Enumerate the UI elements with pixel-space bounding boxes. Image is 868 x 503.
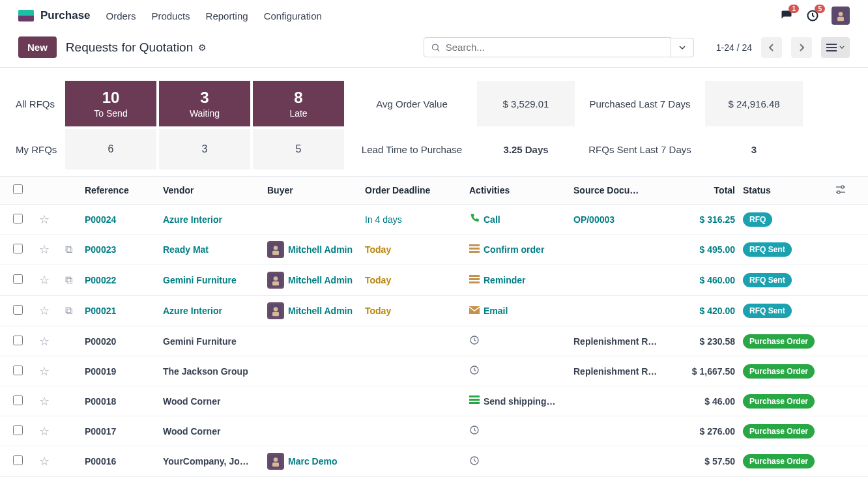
buyer-link[interactable]: Mitchell Admin bbox=[288, 244, 353, 255]
vendor-link[interactable]: Azure Interior bbox=[163, 306, 222, 316]
stat-to-send[interactable]: 10To Send bbox=[65, 81, 156, 126]
star-icon[interactable]: ☆ bbox=[39, 213, 50, 226]
buyer-link[interactable]: Mitchell Admin bbox=[288, 275, 353, 285]
search-box[interactable] bbox=[424, 37, 671, 57]
metric-sent-value[interactable]: 3 bbox=[705, 129, 803, 169]
row-checkbox[interactable] bbox=[13, 214, 23, 223]
table-row[interactable]: ☆P00017Wood Corner$ 276.00Purchase Order bbox=[0, 416, 868, 446]
reference-link[interactable]: P00018 bbox=[85, 396, 116, 407]
vendor-link[interactable]: Azure Interior bbox=[163, 214, 222, 225]
select-all-checkbox[interactable] bbox=[13, 184, 23, 194]
row-checkbox[interactable] bbox=[13, 366, 23, 375]
col-deadline[interactable]: Order Deadline bbox=[365, 185, 469, 195]
activity-text[interactable]: Send shipping… bbox=[484, 396, 555, 407]
messages-icon[interactable]: 1 bbox=[779, 8, 794, 23]
col-status[interactable]: Status bbox=[743, 185, 834, 195]
star-icon[interactable]: ☆ bbox=[39, 425, 50, 438]
vendor-link[interactable]: Ready Mat bbox=[163, 244, 209, 255]
reference-link[interactable]: P00023 bbox=[85, 244, 116, 255]
reference-link[interactable]: P00019 bbox=[85, 366, 116, 377]
vendor-link[interactable]: YourCompany, Jo… bbox=[163, 456, 249, 467]
activity-text[interactable]: Email bbox=[484, 306, 508, 316]
row-checkbox[interactable] bbox=[13, 244, 23, 253]
row-checkbox[interactable] bbox=[13, 425, 23, 435]
col-reference[interactable]: Reference bbox=[85, 185, 163, 195]
column-options-icon[interactable] bbox=[835, 185, 855, 196]
pager-next-button[interactable] bbox=[791, 37, 812, 58]
metric-avg-value[interactable]: $ 3,529.01 bbox=[477, 81, 575, 126]
star-icon[interactable]: ☆ bbox=[39, 304, 50, 317]
row-checkbox[interactable] bbox=[13, 455, 23, 465]
source-link[interactable]: OP/00003 bbox=[573, 214, 615, 225]
search-dropdown[interactable] bbox=[671, 38, 694, 57]
activity-icon[interactable] bbox=[469, 395, 480, 407]
my-to-send[interactable]: 6 bbox=[65, 129, 156, 169]
nav-orders[interactable]: Orders bbox=[106, 10, 136, 22]
table-row[interactable]: ☆⧉P00022Gemini FurnitureMitchell AdminTo… bbox=[0, 265, 868, 296]
activity-icon[interactable] bbox=[469, 244, 480, 255]
pager-text[interactable]: 1-24 / 24 bbox=[716, 42, 752, 53]
pager-prev-button[interactable] bbox=[761, 37, 782, 58]
new-button[interactable]: New bbox=[18, 36, 57, 58]
activity-icon[interactable] bbox=[469, 213, 480, 225]
col-buyer[interactable]: Buyer bbox=[267, 185, 365, 195]
reference-link[interactable]: P00024 bbox=[85, 214, 116, 225]
star-icon[interactable]: ☆ bbox=[39, 335, 50, 348]
reference-link[interactable]: P00020 bbox=[85, 336, 116, 347]
gear-icon[interactable]: ⚙ bbox=[198, 42, 207, 53]
reference-link[interactable]: P00021 bbox=[85, 306, 116, 316]
metric-purchased-value[interactable]: $ 24,916.48 bbox=[705, 81, 803, 126]
buyer-link[interactable]: Mitchell Admin bbox=[288, 306, 353, 316]
activity-text[interactable]: Reminder bbox=[484, 275, 526, 285]
my-waiting[interactable]: 3 bbox=[159, 129, 250, 169]
buyer-link[interactable]: Marc Demo bbox=[288, 456, 337, 467]
activity-icon[interactable] bbox=[469, 306, 480, 316]
table-row[interactable]: ☆⧉P00023Ready MatMitchell AdminTodayConf… bbox=[0, 235, 868, 265]
table-row[interactable]: ☆P00016YourCompany, Jo…Marc Demo$ 57.50P… bbox=[0, 446, 868, 477]
reference-link[interactable]: P00017 bbox=[85, 426, 116, 437]
row-checkbox[interactable] bbox=[13, 274, 23, 284]
duplicate-icon[interactable]: ⧉ bbox=[65, 274, 72, 285]
metric-leadtime-value[interactable]: 3.25 Days bbox=[477, 129, 575, 169]
activity-text[interactable]: Confirm order bbox=[484, 244, 544, 255]
list-view-button[interactable] bbox=[821, 37, 850, 58]
row-checkbox[interactable] bbox=[13, 336, 23, 345]
row-checkbox[interactable] bbox=[13, 395, 23, 405]
vendor-link[interactable]: The Jackson Group bbox=[163, 366, 248, 377]
stat-late[interactable]: 8Late bbox=[253, 81, 344, 126]
reference-link[interactable]: P00022 bbox=[85, 275, 116, 285]
activity-icon[interactable] bbox=[469, 275, 480, 286]
nav-reporting[interactable]: Reporting bbox=[206, 10, 248, 22]
table-row[interactable]: ☆P00024Azure InteriorIn 4 daysCallOP/000… bbox=[0, 205, 868, 235]
col-activities[interactable]: Activities bbox=[469, 185, 573, 195]
activity-icon[interactable] bbox=[469, 425, 480, 437]
table-row[interactable]: ☆P00018Wood CornerSend shipping…$ 46.00P… bbox=[0, 386, 868, 416]
star-icon[interactable]: ☆ bbox=[39, 395, 50, 408]
row-checkbox[interactable] bbox=[13, 305, 23, 315]
vendor-link[interactable]: Gemini Furniture bbox=[163, 336, 237, 347]
my-late[interactable]: 5 bbox=[253, 129, 344, 169]
stat-waiting[interactable]: 3Waiting bbox=[159, 81, 250, 126]
vendor-link[interactable]: Gemini Furniture bbox=[163, 275, 237, 285]
all-rfqs-label[interactable]: All RFQs bbox=[13, 81, 65, 126]
vendor-link[interactable]: Wood Corner bbox=[163, 396, 220, 407]
activities-icon[interactable]: 5 bbox=[805, 8, 820, 23]
activity-text[interactable]: Call bbox=[484, 214, 500, 225]
nav-configuration[interactable]: Configuration bbox=[264, 10, 322, 22]
table-row[interactable]: ☆P00019The Jackson GroupReplenishment R…… bbox=[0, 356, 868, 386]
table-row[interactable]: ☆P00020Gemini FurnitureReplenishment R…$… bbox=[0, 326, 868, 356]
col-total[interactable]: Total bbox=[678, 185, 743, 195]
activity-icon[interactable] bbox=[469, 455, 480, 468]
activity-icon[interactable] bbox=[469, 365, 480, 377]
activity-icon[interactable] bbox=[469, 335, 480, 347]
star-icon[interactable]: ☆ bbox=[39, 455, 50, 468]
star-icon[interactable]: ☆ bbox=[39, 365, 50, 378]
star-icon[interactable]: ☆ bbox=[39, 274, 50, 287]
brand[interactable]: Purchase bbox=[18, 9, 91, 22]
vendor-link[interactable]: Wood Corner bbox=[163, 426, 220, 437]
col-source[interactable]: Source Docu… bbox=[573, 185, 678, 195]
search-input[interactable] bbox=[446, 42, 664, 53]
table-row[interactable]: ☆⧉P00021Azure InteriorMitchell AdminToda… bbox=[0, 296, 868, 326]
duplicate-icon[interactable]: ⧉ bbox=[65, 244, 72, 255]
nav-products[interactable]: Products bbox=[151, 10, 190, 22]
